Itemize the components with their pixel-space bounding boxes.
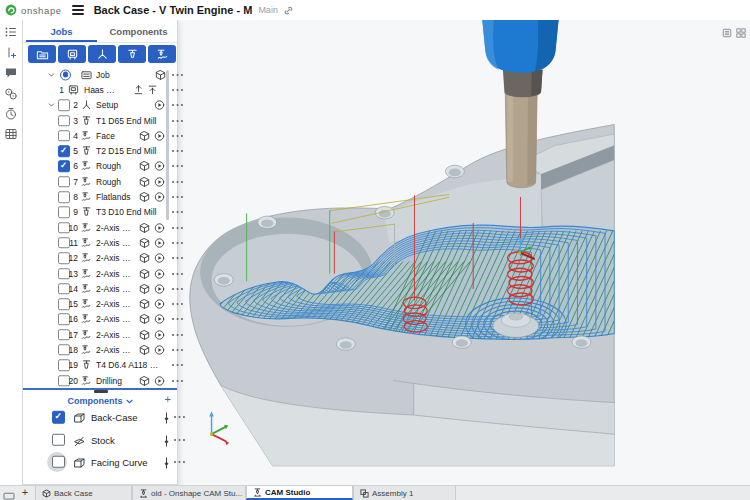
row-menu-icon[interactable] [171, 180, 184, 184]
expand-chevron-icon[interactable] [47, 101, 56, 110]
row-menu-icon[interactable] [171, 119, 184, 123]
tree-row[interactable]: 16 2-Axis … [23, 312, 177, 327]
tree-row[interactable]: 6 Rough [23, 159, 177, 174]
document-tab[interactable]: Back Case [35, 486, 132, 500]
simulate-cube-icon[interactable] [139, 299, 150, 310]
simulate-cube-icon[interactable] [139, 161, 150, 172]
new-tab-button[interactable]: + [19, 486, 31, 500]
component-checkbox[interactable] [52, 456, 65, 469]
visibility-slider-icon[interactable] [162, 455, 171, 468]
document-tab[interactable]: CAM Studio [246, 486, 353, 500]
expand-chevron-icon[interactable] [47, 70, 56, 79]
row-menu-icon[interactable] [173, 460, 186, 464]
play-icon[interactable] [154, 344, 165, 355]
tree-row[interactable]: 1 Haas … [23, 82, 177, 97]
play-icon[interactable] [154, 176, 165, 187]
branch-label[interactable]: Main [258, 5, 278, 15]
document-tab[interactable]: Assembly 1 [353, 486, 456, 500]
tree-row[interactable]: 13 2-Axis … [23, 266, 177, 281]
play-icon[interactable] [154, 268, 165, 279]
row-menu-icon[interactable] [171, 149, 184, 153]
tool-button[interactable] [118, 45, 146, 63]
row-menu-icon[interactable] [171, 379, 184, 383]
play-icon[interactable] [154, 130, 165, 141]
job-radio[interactable] [60, 69, 71, 80]
tree-row[interactable]: 4 Face [23, 128, 177, 143]
row-menu-icon[interactable] [171, 103, 184, 107]
play-icon[interactable] [154, 192, 165, 203]
simulate-cube-icon[interactable] [155, 69, 166, 80]
row-menu-icon[interactable] [171, 333, 184, 337]
post-process-icon[interactable] [133, 84, 144, 95]
row-menu-icon[interactable] [171, 195, 184, 199]
tree-row[interactable]: Job [23, 67, 177, 82]
row-menu-icon[interactable] [171, 88, 184, 92]
comment-icon[interactable] [4, 66, 18, 80]
simulate-cube-icon[interactable] [139, 268, 150, 279]
row-menu-icon[interactable] [171, 226, 184, 230]
play-icon[interactable] [154, 299, 165, 310]
play-icon[interactable] [154, 100, 165, 111]
tree-row[interactable]: 15 2-Axis … [23, 296, 177, 311]
simulate-cube-icon[interactable] [139, 253, 150, 264]
view-options-icon[interactable] [722, 24, 732, 34]
tree-scrollbar[interactable] [166, 70, 169, 220]
row-menu-icon[interactable] [173, 415, 186, 419]
simulate-cube-icon[interactable] [139, 237, 150, 248]
share-link-icon[interactable] [283, 5, 294, 16]
tree-row[interactable]: 8 Flatlands [23, 189, 177, 204]
play-icon[interactable] [154, 253, 165, 264]
tree-row[interactable]: 11 2-Axis … [23, 235, 177, 250]
tree-row[interactable]: 20 Drilling [23, 373, 177, 388]
row-menu-icon[interactable] [171, 164, 184, 168]
machine-button[interactable] [58, 45, 86, 63]
tree-row[interactable]: 7 Rough [23, 174, 177, 189]
row-menu-icon[interactable] [171, 363, 184, 367]
tree-row[interactable]: 14 2-Axis … [23, 281, 177, 296]
row-menu-icon[interactable] [171, 287, 184, 291]
component-checkbox[interactable] [52, 411, 65, 424]
component-row[interactable]: Stock [23, 428, 177, 450]
simulate-cube-icon[interactable] [139, 329, 150, 340]
tree-row[interactable]: 19 T4 D6.4 A118 … [23, 358, 177, 373]
tree-row[interactable]: 3 T1 D65 End Mill [23, 113, 177, 128]
display-modes-icon[interactable] [736, 24, 746, 34]
new-job-button[interactable] [28, 45, 56, 63]
simulate-cube-icon[interactable] [139, 283, 150, 294]
tree-row[interactable]: 5 T2 D15 End Mill [23, 143, 177, 158]
tree-row[interactable]: 17 2-Axis … [23, 327, 177, 342]
row-menu-icon[interactable] [171, 317, 184, 321]
document-tab[interactable]: old - Onshape CAM Stu... [132, 486, 246, 500]
setup-button[interactable] [88, 45, 116, 63]
play-icon[interactable] [154, 329, 165, 340]
component-row[interactable]: Back-Case [23, 406, 177, 428]
simulate-cube-icon[interactable] [139, 375, 150, 386]
tab-jobs[interactable]: Jobs [23, 20, 100, 42]
main-menu-icon[interactable] [72, 5, 84, 15]
play-icon[interactable] [154, 314, 165, 325]
appearance-icon[interactable] [4, 87, 18, 101]
raise-to-top-icon[interactable] [147, 84, 158, 95]
row-menu-icon[interactable] [171, 210, 184, 214]
component-checkbox[interactable] [52, 433, 65, 446]
table-icon[interactable] [4, 127, 18, 141]
tree-row[interactable]: 10 2-Axis … [23, 220, 177, 235]
simulate-cube-icon[interactable] [139, 176, 150, 187]
tab-components[interactable]: Components [100, 20, 177, 42]
simulate-cube-icon[interactable] [139, 222, 150, 233]
history-icon[interactable] [4, 107, 18, 121]
row-menu-icon[interactable] [171, 302, 184, 306]
add-annotation-icon[interactable] [4, 46, 18, 60]
row-menu-icon[interactable] [171, 134, 184, 138]
simulate-cube-icon[interactable] [139, 314, 150, 325]
tree-row[interactable]: 2 Setup [23, 98, 177, 113]
play-icon[interactable] [154, 222, 165, 233]
tree-row[interactable]: 9 T3 D10 End Mill [23, 205, 177, 220]
tree-row[interactable]: 12 2-Axis … [23, 251, 177, 266]
row-menu-icon[interactable] [171, 241, 184, 245]
row-menu-icon[interactable] [171, 256, 184, 260]
play-icon[interactable] [154, 237, 165, 248]
visibility-slider-icon[interactable] [162, 411, 171, 424]
row-menu-icon[interactable] [173, 438, 186, 442]
simulate-cube-icon[interactable] [139, 344, 150, 355]
